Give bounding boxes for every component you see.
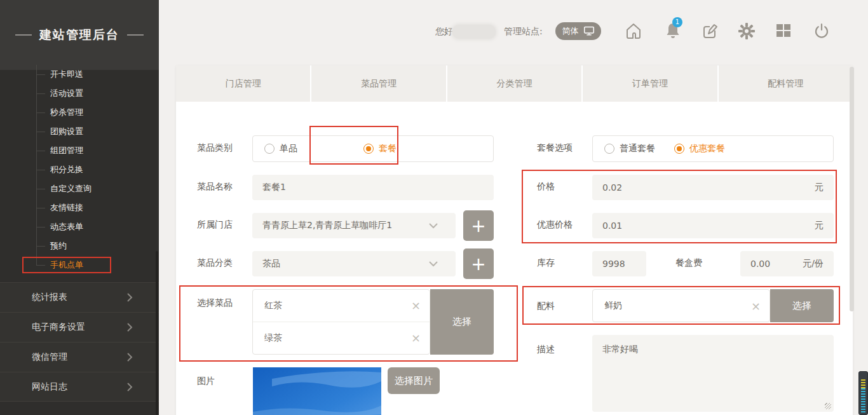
boxfee-unit: 元/份 (803, 258, 824, 269)
discount-price-value: 0.01 (602, 221, 622, 231)
sidebar-item-label: 开卡即送 (50, 69, 83, 80)
chevron-right-icon (126, 352, 133, 362)
level-meter-widget[interactable] (858, 371, 868, 415)
sidebar-item-groupbuy[interactable]: 团购设置 (0, 122, 159, 141)
site-label: 管理站点: (504, 0, 543, 64)
boxfee-value: 0.00 (750, 259, 770, 269)
sidebar-item-seckill[interactable]: 秒杀管理 (0, 103, 159, 122)
radio-label: 普通套餐 (620, 143, 655, 154)
tree-tick (36, 151, 45, 151)
radio-discount-combo[interactable]: 优惠套餐 (674, 143, 725, 154)
chevron-right-icon (126, 382, 133, 392)
apps-grid-icon[interactable] (775, 22, 792, 39)
tab-bar: 门店管理 菜品管理 分类管理 订单管理 配料管理 (176, 65, 853, 102)
tab-ingredient-management[interactable]: 配料管理 (719, 65, 853, 102)
language-label: 简体 (562, 25, 579, 37)
sidebar-item-links[interactable]: 友情链接 (0, 198, 159, 217)
edit-icon[interactable] (701, 22, 719, 41)
tree-tick (36, 112, 45, 113)
top-header: 您好 管理站点: 简体 1 (159, 0, 868, 64)
tree-tick (36, 227, 45, 228)
radio-label: 套餐 (379, 143, 397, 154)
sidebar-item-activity-settings[interactable]: 活动设置 (0, 84, 159, 103)
description-textarea[interactable]: 非常好喝 (592, 335, 834, 412)
sidebar-item-booking[interactable]: 预约 (0, 236, 159, 255)
sidebar-section-wechat[interactable]: 微信管理 (0, 342, 159, 372)
widget-cyan-stripes (861, 388, 865, 414)
select-image-button[interactable]: 选择图片 (388, 367, 440, 394)
dish-classify-select[interactable]: 茶品 (252, 251, 456, 276)
dish-name-input[interactable]: 套餐1 (252, 175, 494, 200)
language-button[interactable]: 简体 (555, 22, 601, 40)
notification-badge: 1 (672, 17, 682, 27)
widget-header (859, 372, 867, 379)
price-input[interactable]: 0.02 元 (592, 175, 834, 200)
annotation-box-mobile-order (22, 257, 111, 273)
gear-icon[interactable] (738, 22, 756, 41)
radio-circle-icon (363, 144, 374, 154)
sidebar: 建站管理后台 开卡即送 活动设置 秒杀管理 团购设置 组团管理 积分兑换 自定义… (0, 0, 159, 415)
app-title: 建站管理后台 (15, 27, 144, 43)
sidebar-item-label: 团购设置 (50, 126, 83, 137)
resize-handle[interactable] (825, 403, 831, 409)
store-select[interactable]: 青青原上草2,青青原上草咖啡厅1 (252, 213, 456, 238)
sidebar-section-ecommerce[interactable]: 电子商务设置 (0, 312, 159, 342)
sidebar-section-site-log[interactable]: 网站日志 (0, 372, 159, 402)
stock-input[interactable]: 9998 (592, 251, 646, 276)
select-dishes-button[interactable]: 选择 (430, 289, 494, 355)
sidebar-item-custom-query[interactable]: 自定义查询 (0, 179, 159, 198)
ingredient-label: 配料 (537, 301, 555, 312)
sidebar-item-label: 动态表单 (50, 221, 83, 233)
price-value: 0.02 (602, 182, 622, 193)
remove-icon[interactable]: × (411, 331, 421, 344)
home-icon[interactable] (625, 22, 642, 41)
dish-item-name: 绿茶 (264, 332, 282, 344)
radio-normal-combo[interactable]: 普通套餐 (604, 143, 655, 154)
tree-tick (36, 170, 45, 170)
sidebar-item-label: 活动设置 (50, 88, 83, 99)
remove-icon[interactable]: × (751, 299, 761, 313)
radio-circle-icon (674, 144, 684, 154)
widget-yellow-stripes (861, 379, 865, 388)
ingredient-input[interactable]: 鲜奶 × (592, 289, 770, 322)
sidebar-section-statistics[interactable]: 统计报表 (0, 282, 159, 312)
combo-option-group: 普通套餐 优惠套餐 (592, 135, 834, 162)
tab-category-management[interactable]: 分类管理 (447, 65, 581, 102)
discount-price-input[interactable]: 0.01 元 (592, 213, 834, 238)
sidebar-item-card-gift[interactable]: 开卡即送 (0, 65, 159, 84)
page-scrollbar-thumb[interactable] (850, 67, 854, 311)
ingredient-value: 鲜奶 (604, 300, 622, 311)
power-icon[interactable] (813, 22, 831, 41)
add-classify-button[interactable]: + (463, 248, 494, 279)
sidebar-item-label: 组团管理 (50, 145, 83, 156)
stock-value: 9998 (602, 259, 625, 269)
select-ingredient-button[interactable]: 选择 (770, 289, 834, 322)
tree-tick (36, 132, 45, 132)
admin-backend-page: 建站管理后台 开卡即送 活动设置 秒杀管理 团购设置 组团管理 积分兑换 自定义… (0, 0, 868, 415)
sidebar-sections: 统计报表 电子商务设置 微信管理 网站日志 (0, 282, 159, 402)
tab-store-management[interactable]: 门店管理 (176, 65, 310, 102)
remove-icon[interactable]: × (411, 299, 421, 312)
discount-price-label: 优惠价格 (537, 219, 573, 231)
add-store-button[interactable]: + (463, 210, 494, 241)
content-card: 门店管理 菜品管理 分类管理 订单管理 配料管理 菜品类别 单品 套餐 菜品名称… (176, 65, 853, 415)
sidebar-item-dynamic-form[interactable]: 动态表单 (0, 217, 159, 236)
greeting-text: 您好 (435, 0, 453, 64)
sidebar-item-label: 友情链接 (50, 202, 83, 214)
radio-combo-dish[interactable]: 套餐 (363, 143, 397, 154)
sidebar-item-team[interactable]: 组团管理 (0, 141, 159, 160)
sidebar-scrollbar[interactable] (156, 251, 158, 415)
tab-order-management[interactable]: 订单管理 (583, 65, 717, 102)
boxfee-input[interactable]: 0.00 元/份 (740, 251, 834, 276)
dish-classify-value: 茶品 (262, 258, 280, 269)
selected-dish-row: 红茶 × (253, 290, 430, 322)
dish-name-label: 菜品名称 (197, 181, 233, 193)
radio-single-dish[interactable]: 单品 (264, 143, 297, 154)
stock-label: 库存 (537, 257, 555, 269)
sidebar-item-label: 积分兑换 (50, 164, 83, 175)
tab-dish-management[interactable]: 菜品管理 (311, 65, 445, 102)
dish-category-group: 单品 套餐 (252, 135, 494, 162)
sidebar-item-points[interactable]: 积分兑换 (0, 160, 159, 179)
radio-circle-icon (264, 144, 275, 154)
sidebar-item-label: 秒杀管理 (50, 107, 83, 118)
